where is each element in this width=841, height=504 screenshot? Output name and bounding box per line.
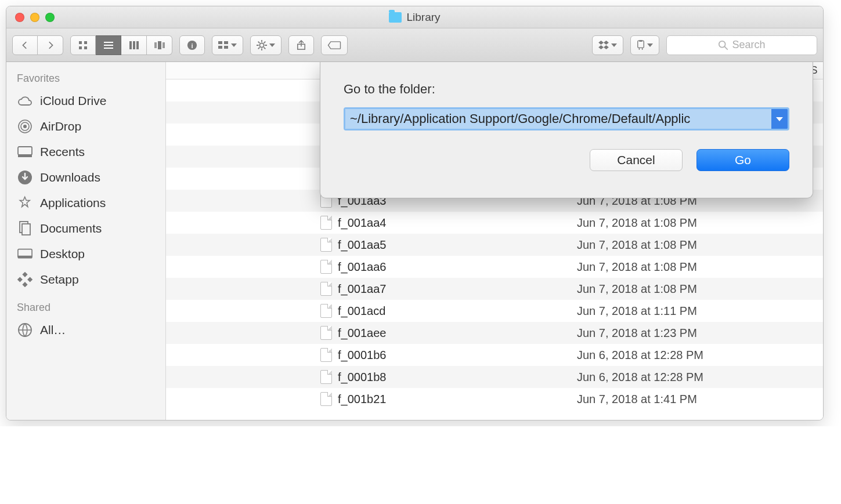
icon-view-button[interactable] <box>70 35 96 55</box>
path-input-wrapper <box>344 107 789 130</box>
svg-line-27 <box>264 41 266 43</box>
file-date: Jun 7, 2018 at 1:41 PM <box>572 393 804 406</box>
downloads-icon <box>17 169 33 186</box>
svg-rect-0 <box>79 41 82 44</box>
dropbox-icon <box>598 41 609 50</box>
forward-button[interactable] <box>38 35 63 55</box>
sidebar-item-icloud[interactable]: iCloud Drive <box>6 88 165 114</box>
tags-button[interactable] <box>321 35 348 55</box>
sidebar-item-recents[interactable]: Recents <box>6 139 165 165</box>
table-row[interactable]: f_0001b8Jun 6, 2018 at 12:28 PM <box>166 366 823 388</box>
arrange-icon <box>218 41 229 49</box>
sidebar-item-desktop[interactable]: Desktop <box>6 241 165 267</box>
close-button[interactable] <box>15 13 24 22</box>
go-to-folder-dialog: Go to the folder: Cancel Go <box>320 62 813 198</box>
gallery-icon <box>154 41 165 49</box>
search-icon <box>718 40 728 50</box>
table-row[interactable]: f_001aa5Jun 7, 2018 at 1:08 PM <box>166 234 823 256</box>
zoom-button[interactable] <box>45 13 55 22</box>
share-button[interactable] <box>288 35 314 55</box>
table-row[interactable]: f_001aa7Jun 7, 2018 at 1:08 PM <box>166 278 823 300</box>
cloud-icon <box>17 93 33 109</box>
action-button[interactable] <box>250 35 281 55</box>
svg-rect-29 <box>638 41 644 48</box>
sidebar-item-downloads[interactable]: Downloads <box>6 165 165 190</box>
column-view-button[interactable] <box>121 35 147 55</box>
svg-line-34 <box>725 46 728 49</box>
svg-rect-1 <box>84 41 87 44</box>
svg-rect-8 <box>133 41 135 49</box>
svg-rect-11 <box>158 41 161 49</box>
minimize-button[interactable] <box>30 13 39 22</box>
tag-icon <box>327 41 341 49</box>
setapp-icon <box>17 271 33 288</box>
back-button[interactable] <box>12 35 38 55</box>
chevron-down-icon <box>611 43 617 47</box>
file-icon <box>320 260 332 274</box>
chevron-down-icon <box>231 43 237 47</box>
columns-icon <box>129 41 139 50</box>
list-icon <box>104 41 113 50</box>
svg-line-26 <box>258 47 260 49</box>
sidebar-item-label: Applications <box>40 196 106 210</box>
sidebar-item-applications[interactable]: Applications <box>6 190 165 216</box>
sidebar-item-setapp[interactable]: Setapp <box>6 267 165 292</box>
svg-rect-16 <box>224 41 228 44</box>
file-name: f_0001b6 <box>338 349 386 362</box>
sidebar-item-label: Recents <box>40 145 85 159</box>
file-date: Jun 6, 2018 at 12:28 PM <box>572 349 804 362</box>
file-icon <box>320 392 332 406</box>
traffic-lights <box>6 13 55 22</box>
svg-rect-44 <box>18 256 32 259</box>
path-dropdown-button[interactable] <box>771 109 788 129</box>
list-view-button[interactable] <box>96 35 121 55</box>
view-group <box>70 35 172 55</box>
svg-rect-2 <box>79 46 82 49</box>
file-date: Jun 7, 2018 at 1:08 PM <box>572 216 804 230</box>
table-row[interactable]: f_001aa4Jun 7, 2018 at 1:08 PM <box>166 212 823 234</box>
network-icon <box>17 322 33 338</box>
table-row[interactable]: f_001b21Jun 7, 2018 at 1:41 PM <box>166 388 823 410</box>
chevron-down-icon <box>647 43 653 47</box>
sidebar-item-label: Downloads <box>40 171 100 184</box>
chevron-down-icon <box>776 117 783 121</box>
svg-point-33 <box>719 41 726 47</box>
table-row[interactable]: f_0001b6Jun 6, 2018 at 12:28 PM <box>166 344 823 366</box>
arrange-button[interactable] <box>212 35 243 55</box>
svg-rect-12 <box>163 42 165 48</box>
svg-text:i: i <box>191 41 193 49</box>
table-row[interactable]: f_001acdJun 7, 2018 at 1:11 PM <box>166 300 823 322</box>
info-icon: i <box>187 40 197 50</box>
grid-icon <box>78 41 88 50</box>
file-list-area: ified S 18 at 9:12 AM18 at 9:12 AM18 at … <box>166 62 823 420</box>
path-input[interactable] <box>345 109 771 129</box>
file-icon <box>320 326 332 340</box>
svg-point-35 <box>23 125 27 128</box>
search-field[interactable]: Search <box>666 35 817 55</box>
chevron-right-icon <box>46 41 55 49</box>
svg-rect-10 <box>154 42 157 48</box>
gallery-view-button[interactable] <box>147 35 172 55</box>
file-name: f_001aa5 <box>338 238 386 252</box>
path-button[interactable] <box>630 35 659 55</box>
sidebar-item-documents[interactable]: Documents <box>6 216 165 241</box>
sidebar-item-all[interactable]: All… <box>6 317 165 343</box>
dropbox-button[interactable] <box>592 35 623 55</box>
info-button[interactable]: i <box>179 35 205 55</box>
sidebar-item-label: Desktop <box>40 247 85 261</box>
sidebar-heading-shared: Shared <box>6 298 165 317</box>
table-row[interactable]: f_001aeeJun 7, 2018 at 1:23 PM <box>166 322 823 344</box>
svg-rect-15 <box>218 41 222 44</box>
table-row[interactable]: f_001aa6Jun 7, 2018 at 1:08 PM <box>166 256 823 278</box>
svg-rect-38 <box>18 147 32 155</box>
file-date: Jun 6, 2018 at 12:28 PM <box>572 371 804 384</box>
svg-rect-18 <box>224 46 228 49</box>
svg-rect-5 <box>104 45 113 46</box>
path-icon <box>637 40 645 50</box>
go-button[interactable]: Go <box>696 149 789 171</box>
window-title: Library <box>6 6 823 28</box>
sidebar-item-airdrop[interactable]: AirDrop <box>6 114 165 139</box>
nav-group <box>12 35 63 55</box>
cancel-button[interactable]: Cancel <box>590 149 683 171</box>
svg-rect-39 <box>18 155 32 157</box>
